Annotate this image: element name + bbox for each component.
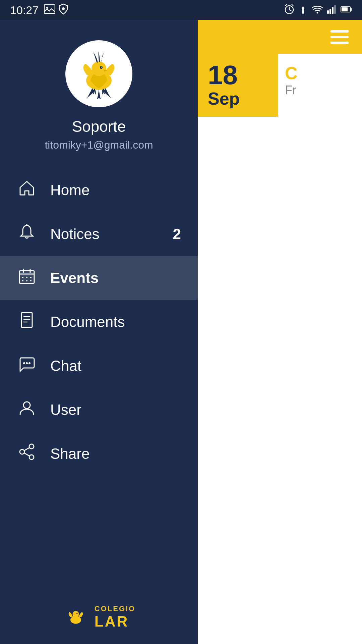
hamburger-line-3	[330, 42, 349, 44]
svg-point-47	[72, 611, 79, 617]
footer-small-text: COLEGIO	[95, 604, 135, 613]
profile-email: titomiky+1@gmail.com	[45, 139, 153, 151]
sidebar-item-home[interactable]: Home	[0, 168, 198, 212]
wifi-icon	[312, 4, 323, 16]
chat-icon	[17, 355, 37, 376]
hamburger-line-2	[330, 36, 349, 38]
user-icon	[17, 399, 37, 420]
svg-point-2	[62, 7, 65, 10]
svg-point-32	[30, 280, 32, 281]
svg-point-43	[29, 455, 34, 460]
svg-point-39	[28, 362, 31, 364]
svg-point-30	[22, 280, 23, 281]
alarm-icon	[284, 4, 294, 17]
partial-text-2: Fr	[285, 83, 298, 97]
document-icon	[17, 311, 37, 332]
svg-point-37	[23, 362, 25, 364]
svg-point-1	[46, 7, 48, 9]
svg-rect-14	[334, 5, 336, 14]
footer-logo-bird	[62, 604, 89, 631]
sidebar-footer: COLEGIO LAR	[0, 594, 198, 644]
svg-line-6	[285, 4, 287, 6]
calendar-icon	[17, 267, 37, 288]
bell-icon	[17, 223, 37, 245]
image-icon	[44, 4, 55, 16]
svg-point-19	[92, 61, 106, 76]
signal-strength-icon	[298, 4, 308, 16]
avatar-logo	[74, 49, 124, 99]
svg-point-21	[101, 67, 102, 68]
partial-text-1: C	[285, 63, 298, 83]
sidebar-item-notices[interactable]: Notices 2	[0, 212, 198, 256]
status-time: 10:27	[10, 4, 39, 17]
svg-line-5	[289, 10, 291, 11]
status-bar: 10:27	[0, 0, 362, 20]
svg-rect-0	[44, 5, 55, 13]
share-icon	[17, 443, 37, 464]
sidebar-item-events[interactable]: Events	[0, 256, 198, 300]
main-header-bar	[198, 20, 362, 54]
svg-point-42	[20, 449, 24, 454]
svg-point-41	[29, 444, 34, 449]
svg-rect-17	[342, 7, 348, 11]
home-icon	[17, 179, 37, 201]
date-day: 18	[208, 62, 268, 89]
battery-icon	[341, 5, 352, 15]
hamburger-menu-button[interactable]	[330, 30, 349, 44]
svg-point-48	[76, 613, 78, 614]
date-month: Sep	[208, 89, 268, 109]
svg-point-31	[26, 280, 27, 281]
profile-section: Soporte titomiky+1@gmail.com	[0, 20, 198, 168]
sidebar-item-user-label: User	[50, 401, 181, 418]
svg-line-45	[24, 453, 29, 456]
main-panel: 18 Sep C Fr	[198, 20, 362, 644]
svg-rect-33	[21, 313, 32, 327]
sidebar-item-share[interactable]: Share	[0, 432, 198, 476]
app-container: Soporte titomiky+1@gmail.com Home	[0, 20, 362, 644]
sidebar-item-share-label: Share	[50, 445, 181, 462]
svg-rect-13	[332, 7, 334, 14]
svg-point-27	[22, 277, 23, 278]
sidebar-item-events-label: Events	[50, 270, 181, 286]
svg-line-44	[24, 448, 29, 450]
avatar	[65, 40, 132, 107]
svg-rect-12	[329, 9, 331, 14]
svg-point-38	[26, 362, 28, 364]
signal-bars-icon	[327, 4, 337, 16]
date-card: 18 Sep	[198, 54, 278, 117]
svg-point-29	[30, 277, 32, 278]
sidebar-item-user[interactable]: User	[0, 388, 198, 432]
notices-badge: 2	[173, 226, 181, 243]
sidebar-item-chat-label: Chat	[50, 358, 181, 374]
shield-icon	[59, 3, 68, 17]
sidebar-item-home-label: Home	[50, 182, 181, 199]
svg-line-7	[292, 4, 293, 6]
svg-point-28	[26, 277, 27, 278]
footer-big-text: LAR	[95, 613, 129, 630]
sidebar-item-documents[interactable]: Documents	[0, 300, 198, 344]
sidebar-item-chat[interactable]: Chat	[0, 344, 198, 388]
hamburger-line-1	[330, 30, 349, 33]
nav-list: Home Notices 2	[0, 168, 198, 594]
svg-rect-16	[350, 8, 352, 11]
svg-point-10	[317, 12, 318, 13]
sidebar-item-notices-label: Notices	[50, 226, 160, 243]
date-label-partial: C Fr	[278, 54, 304, 107]
svg-point-40	[23, 402, 30, 409]
sidebar: Soporte titomiky+1@gmail.com Home	[0, 20, 198, 644]
svg-rect-9	[302, 8, 304, 14]
sidebar-item-documents-label: Documents	[50, 314, 181, 330]
profile-name: Soporte	[72, 117, 126, 136]
svg-rect-11	[327, 10, 329, 14]
